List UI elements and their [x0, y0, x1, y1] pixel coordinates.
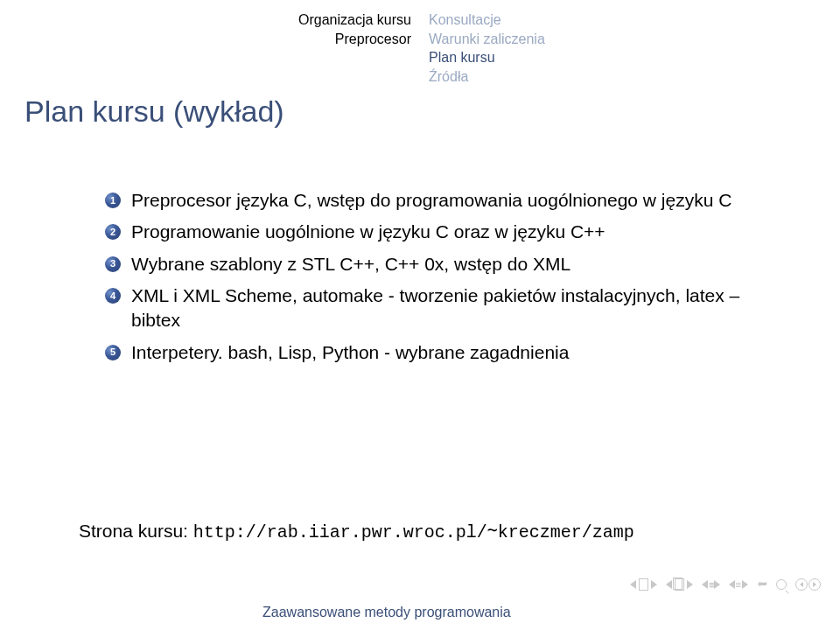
prev-subsection-icon[interactable]	[729, 580, 735, 589]
list-item-text: Wybrane szablony z STL C++, C++ 0x, wstę…	[131, 252, 770, 276]
header-sub-zrodla[interactable]: Źródła	[429, 67, 545, 87]
list-item: 2 Programowanie uogólnione w języku C or…	[105, 220, 770, 244]
circle-next-icon[interactable]	[808, 578, 821, 591]
list-item-text: Programowanie uogólnione w języku C oraz…	[131, 220, 770, 244]
list-item: 1 Preprocesor języka C, wstęp do program…	[105, 188, 770, 213]
list-item: 4 XML i XML Scheme, automake - tworzenie…	[105, 284, 770, 333]
nav-subsection-group: ≡	[729, 579, 748, 590]
tilde-icon: ∼	[487, 521, 498, 541]
course-label: Strona kursu:	[79, 521, 193, 541]
nav-play-group	[795, 578, 821, 591]
course-url-line: Strona kursu: http://rab.iiar.pwr.wroc.p…	[79, 521, 634, 542]
content-list: 1 Preprocesor języka C, wstęp do program…	[105, 188, 770, 372]
list-item-text: XML i XML Scheme, automake - tworzenie p…	[131, 284, 770, 333]
next-section-icon[interactable]	[714, 580, 720, 589]
search-icon[interactable]	[776, 579, 787, 590]
bullet-number-icon: 3	[105, 256, 121, 272]
next-frame-icon[interactable]	[687, 580, 693, 589]
prev-slide-icon[interactable]	[630, 580, 636, 589]
slide-title: Plan kursu (wykład)	[24, 94, 284, 129]
back-icon[interactable]: ➦	[757, 578, 767, 592]
next-subsection-icon[interactable]	[742, 580, 748, 589]
bullet-number-icon: 5	[105, 345, 121, 360]
header-section-org[interactable]: Organizacja kursu	[0, 10, 411, 30]
bullet-number-icon: 4	[105, 288, 121, 304]
list-item-text: Preprocesor języka C, wstęp do programow…	[131, 188, 770, 213]
bullet-number-icon: 2	[105, 224, 121, 240]
slide-icon[interactable]	[639, 578, 648, 591]
footer-title: Zaawansowane metody programowania	[262, 605, 511, 620]
header-sub-warunki[interactable]: Warunki zaliczenia	[429, 30, 545, 49]
header-sections: Organizacja kursu Preprocesor	[0, 10, 411, 86]
list-item: 5 Interpetery. bash, Lisp, Python - wybr…	[105, 340, 770, 365]
prev-frame-icon[interactable]	[666, 580, 672, 589]
nav-section-group: ≡	[702, 578, 720, 592]
header-section-preproc[interactable]: Preprocesor	[0, 30, 411, 49]
course-url-part1[interactable]: http://rab.iiar.pwr.wroc.pl/	[193, 522, 487, 542]
nav-frame-group	[666, 578, 693, 591]
list-item-text: Interpetery. bash, Lisp, Python - wybran…	[131, 340, 770, 365]
bullet-number-icon: 1	[105, 192, 121, 208]
nav-slide-group	[630, 578, 657, 591]
next-slide-icon[interactable]	[651, 580, 657, 589]
prev-section-icon[interactable]	[702, 580, 708, 589]
frame-icon[interactable]	[675, 578, 684, 591]
header-subsections: Konsultacje Warunki zaliczenia Plan kurs…	[429, 10, 545, 86]
footer-bar: Zaawansowane metody programowania	[0, 595, 840, 630]
course-url-part2[interactable]: kreczmer/zamp	[498, 522, 634, 542]
subsection-bars-icon[interactable]: ≡	[736, 579, 741, 590]
header-sub-plan-active[interactable]: Plan kursu	[429, 48, 545, 67]
header-sub-konsultacje[interactable]: Konsultacje	[429, 10, 545, 30]
circle-prev-icon[interactable]	[795, 578, 808, 591]
slide-header: Organizacja kursu Preprocesor Konsultacj…	[0, 10, 840, 86]
list-item: 3 Wybrane szablony z STL C++, C++ 0x, ws…	[105, 252, 770, 276]
section-bars-icon[interactable]: ≡	[709, 578, 713, 592]
beamer-nav-bar: ≡ ≡ ➦	[630, 578, 821, 592]
